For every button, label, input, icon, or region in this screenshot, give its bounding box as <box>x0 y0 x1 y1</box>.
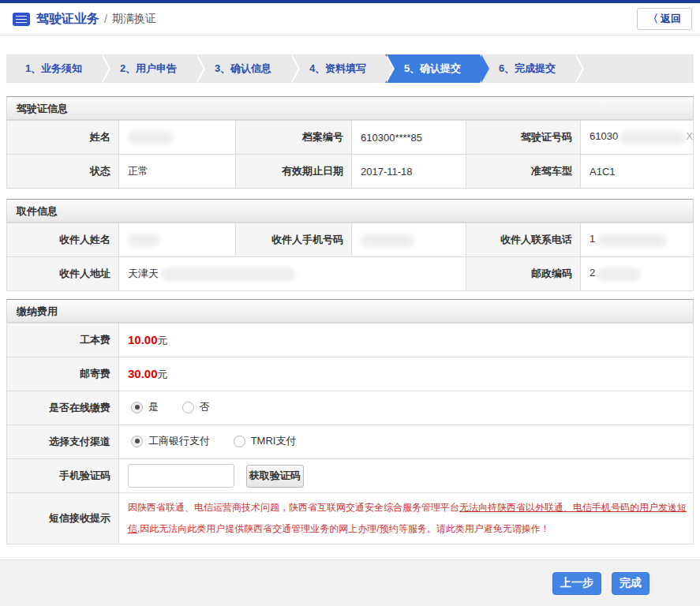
license-section-title: 驾驶证信息 <box>6 96 694 120</box>
license-no-label: 驾驶证号码 <box>466 121 581 155</box>
step-4-fill-data[interactable]: 4、资料填写 <box>290 54 385 83</box>
license-no-value: 61030X <box>581 121 694 155</box>
name-value <box>119 121 236 155</box>
recipient-phone-value: 1 <box>581 223 694 257</box>
pickup-section-title: 取件信息 <box>6 199 694 223</box>
sms-code-label: 手机验证码 <box>7 459 119 493</box>
pickup-info-section: 取件信息 收件人姓名 收件人手机号码 收件人联系电话 1 收件人地址 天津天 邮… <box>6 199 694 291</box>
sms-code-row: 获取验证码 <box>119 459 694 493</box>
sms-notice-text: 因陕西省联通、电信运营商技术问题，陕西省互联网交通安全综合服务管理平台无法向持陕… <box>119 493 694 544</box>
radio-yes-icon[interactable] <box>131 402 143 413</box>
recipient-mobile-value <box>352 223 466 257</box>
step-5-confirm-submit[interactable]: 5、确认提交 <box>385 54 480 83</box>
payment-section-title: 缴纳费用 <box>6 299 694 323</box>
file-no-value: 610300****85 <box>352 121 466 155</box>
back-button[interactable]: 〈返回 <box>637 8 692 30</box>
postcode-value: 2 <box>581 257 694 291</box>
class-label: 准驾车型 <box>466 155 581 189</box>
online-no-label: 否 <box>200 400 210 414</box>
online-no-option[interactable]: 否 <box>182 400 210 414</box>
recipient-phone-label: 收件人联系电话 <box>466 223 581 257</box>
sms-notice-label: 短信接收提示 <box>7 493 119 544</box>
step-3-confirm-info[interactable]: 3、确认信息 <box>196 54 290 83</box>
back-button-label: 返回 <box>661 12 681 26</box>
address-value: 天津天 <box>119 257 466 291</box>
online-yes-label: 是 <box>148 400 159 414</box>
footer-bar: 上一步 完成 <box>0 559 700 606</box>
sms-code-input[interactable] <box>128 464 234 488</box>
channel-options: 工商银行支付 TMRI支付 <box>119 425 694 459</box>
work-fee-value: 10.00元 <box>119 324 694 357</box>
status-value: 正常 <box>119 155 236 189</box>
channel-label: 选择支付渠道 <box>7 425 119 459</box>
recipient-name-label: 收件人姓名 <box>7 223 119 257</box>
name-label: 姓名 <box>7 121 119 155</box>
payment-section: 缴纳费用 工本费 10.00元 邮寄费 30.00元 是否在线缴费 是 否 选择… <box>6 299 694 544</box>
channel-tmri-option[interactable]: TMRI支付 <box>234 434 297 448</box>
license-info-section: 驾驶证信息 姓名 档案编号 610300****85 驾驶证号码 61030X … <box>6 96 694 189</box>
channel-icbc-label: 工商银行支付 <box>148 434 210 448</box>
radio-icbc-icon[interactable] <box>131 436 143 447</box>
radio-tmri-icon[interactable] <box>234 436 245 447</box>
class-value: A1C1 <box>581 155 694 189</box>
work-fee-label: 工本费 <box>7 324 119 357</box>
step-1-notice[interactable]: 1、业务须知 <box>6 54 101 83</box>
breadcrumb-separator: / <box>104 13 107 25</box>
expiry-label: 有效期止日期 <box>236 155 352 189</box>
online-pay-options: 是 否 <box>119 391 694 425</box>
expiry-value: 2017-11-18 <box>352 155 466 189</box>
online-pay-label: 是否在线缴费 <box>7 391 119 425</box>
step-2-declare[interactable]: 2、用户申告 <box>101 54 196 83</box>
finish-button[interactable]: 完成 <box>612 572 649 595</box>
postcode-label: 邮政编码 <box>466 257 581 291</box>
back-chevron-icon: 〈 <box>648 12 658 26</box>
mail-fee-value: 30.00元 <box>119 357 694 391</box>
step-6-done[interactable]: 6、完成提交 <box>480 54 575 83</box>
channel-icbc-option[interactable]: 工商银行支付 <box>131 434 210 448</box>
step-progress-bar: 1、业务须知 2、用户申告 3、确认信息 4、资料填写 5、确认提交 6、完成提… <box>6 54 694 83</box>
recipient-mobile-label: 收件人手机号码 <box>236 223 352 257</box>
address-label: 收件人地址 <box>7 257 119 291</box>
radio-no-icon[interactable] <box>182 402 194 413</box>
file-no-label: 档案编号 <box>236 121 352 155</box>
online-yes-option[interactable]: 是 <box>131 400 159 414</box>
mail-fee-label: 邮寄费 <box>7 357 119 391</box>
status-label: 状态 <box>7 155 119 189</box>
step-bar-filler <box>575 54 694 83</box>
recipient-name-value <box>119 223 236 257</box>
channel-tmri-label: TMRI支付 <box>251 434 297 448</box>
breadcrumb-current: 期满换证 <box>112 12 156 26</box>
page-header: 驾驶证业务 / 期满换证 〈返回 <box>0 3 700 36</box>
document-list-icon <box>13 13 30 26</box>
previous-step-button[interactable]: 上一步 <box>552 572 601 595</box>
page-title: 驾驶证业务 <box>36 11 99 28</box>
get-code-button[interactable]: 获取验证码 <box>246 465 304 488</box>
